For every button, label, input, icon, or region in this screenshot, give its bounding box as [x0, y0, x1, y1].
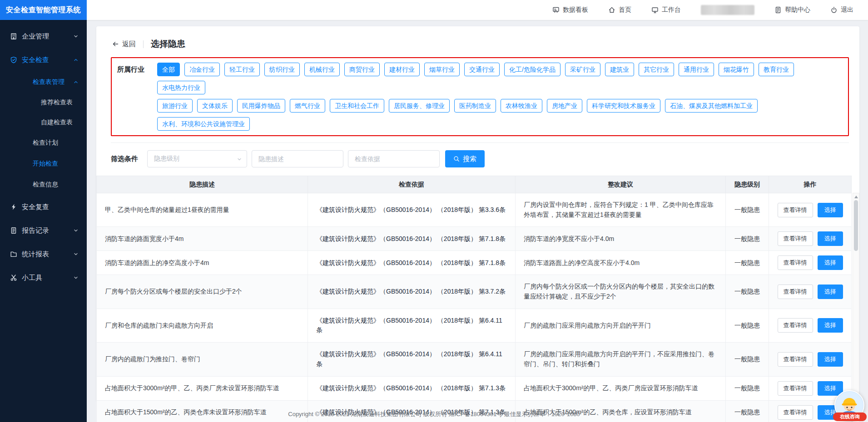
industry-filter-button[interactable]: 轻工行业 [224, 63, 260, 76]
sidebar-item-label: 检查信息 [33, 181, 58, 189]
industry-filter-button[interactable]: 水电热力行业 [157, 81, 205, 94]
industry-filter-button[interactable]: 农林牧渔业 [501, 99, 542, 113]
view-details-button[interactable]: 查看详情 [778, 352, 813, 367]
sidebar-item-checklist-mgmt[interactable]: 检查表管理 [0, 72, 87, 93]
chevron-down-icon [73, 275, 79, 280]
column-header: 隐患描述 [97, 176, 308, 193]
industry-filter-button[interactable]: 建材行业 [384, 63, 420, 76]
industry-filter-button[interactable]: 建筑业 [605, 63, 634, 76]
industry-filter-button[interactable]: 水利、环境和公共设施管理业 [157, 117, 250, 131]
select-button[interactable]: 选择 [818, 231, 843, 246]
sidebar-item-report-record[interactable]: 报告记录 [0, 219, 87, 242]
main-content-card: 返回 选择隐患 所属行业 全部冶金行业轻工行业纺织行业机械行业商贸行业建材行业烟… [96, 26, 859, 401]
sidebar-item-self-checklist[interactable]: 自建检查表 [0, 113, 87, 132]
industry-filter-button[interactable]: 烟草行业 [424, 63, 460, 76]
industry-filter-button[interactable]: 冶金行业 [184, 63, 220, 76]
app-root: 安全检查智能管理系统 数据看板 首页 工作台 帮助中心 退出 [0, 0, 868, 422]
check-basis-cell: 《建筑设计防火规范》（GB50016-2014） （2018年版） 第7.1.8… [308, 251, 516, 275]
nav-workbench[interactable]: 工作台 [651, 6, 681, 14]
industry-filter-button[interactable]: 医药制造业 [454, 99, 496, 113]
hazard-desc-cell: 厂房每个防火分区或每个楼层的安全出口少于2个 [97, 275, 308, 309]
industry-filter-button[interactable]: 机械行业 [304, 63, 340, 76]
sidebar-item-label: 报告记录 [22, 226, 49, 235]
industry-filter-button[interactable]: 居民服务、修理业 [389, 99, 450, 113]
suggestion-cell: 消防车道的净宽度不应小于4.0m [516, 227, 726, 251]
sidebar-item-stats-report[interactable]: 统计报表 [0, 242, 87, 266]
sidebar-item-safety-recheck[interactable]: 安全复查 [0, 195, 87, 219]
section-divider [111, 142, 849, 143]
industry-filter-button[interactable]: 其它行业 [639, 63, 674, 76]
sidebar-item-start-check[interactable]: 开始检查 [0, 153, 87, 174]
view-details-button[interactable]: 查看详情 [778, 285, 813, 299]
industry-filter-button[interactable]: 燃气行业 [290, 99, 325, 113]
sidebar-item-tools[interactable]: 小工具 [0, 266, 87, 290]
nav-help-center[interactable]: 帮助中心 [774, 6, 810, 14]
sidebar-item-check-info[interactable]: 检查信息 [0, 174, 87, 195]
chevron-down-icon [73, 34, 79, 39]
sidebar-item-enterprise[interactable]: 企业管理 [0, 25, 87, 48]
industry-filter-box: 所属行业 全部冶金行业轻工行业纺织行业机械行业商贸行业建材行业烟草行业交通行业化… [111, 57, 849, 136]
industry-filter-button[interactable]: 化工/危险化学品 [504, 63, 560, 76]
suggestion-cell: 厂房的疏散门应采用向疏散方向开启的平开门，不应采用推拉门、卷帘门、吊门、转门和折… [516, 343, 726, 376]
select-button[interactable]: 选择 [818, 318, 843, 333]
back-button[interactable]: 返回 [112, 40, 136, 49]
view-details-button[interactable]: 查看详情 [778, 203, 813, 217]
view-details-button[interactable]: 查看详情 [778, 231, 813, 246]
view-details-button[interactable]: 查看详情 [778, 255, 813, 270]
industry-filter-button[interactable]: 科学研究和技术服务业 [587, 99, 660, 113]
sidebar-item-label: 开始检查 [33, 160, 58, 168]
check-basis-input[interactable] [348, 150, 440, 167]
industry-filter-button[interactable]: 教育行业 [759, 63, 794, 76]
industry-filter-button[interactable]: 采矿行业 [565, 63, 600, 76]
sidebar-item-label: 自建检查表 [41, 118, 73, 127]
search-icon [453, 156, 460, 162]
sidebar-item-label: 检查表管理 [33, 78, 64, 86]
online-chat-widget[interactable]: 在线咨询 [834, 390, 865, 421]
sidebar-item-safety-check[interactable]: 安全检查 [0, 48, 87, 72]
sidebar-item-check-plan[interactable]: 检查计划 [0, 132, 87, 153]
nav-home[interactable]: 首页 [608, 6, 631, 14]
check-basis-cell: 《建筑设计防火规范》（GB50016-2014） （2018年版） 第3.7.2… [308, 275, 516, 309]
nav-data-dashboard[interactable]: 数据看板 [552, 6, 588, 14]
hazard-desc-input[interactable] [252, 150, 343, 167]
select-button[interactable]: 选择 [818, 285, 843, 299]
scrollbar-thumb[interactable] [854, 200, 858, 251]
view-details-button[interactable]: 查看详情 [778, 318, 813, 333]
industry-row: 所属行业 全部冶金行业轻工行业纺织行业机械行业商贸行业建材行业烟草行业交通行业化… [117, 63, 843, 94]
scissors-icon [10, 274, 17, 281]
industry-filter-button[interactable]: 旅游行业 [157, 99, 193, 113]
industry-filter-button[interactable]: 交通行业 [464, 63, 500, 76]
industry-filter-button[interactable]: 全部 [157, 63, 180, 76]
search-button[interactable]: 搜索 [445, 150, 485, 167]
sidebar-item-recommended-checklist[interactable]: 推荐检查表 [0, 93, 87, 113]
industry-filter-button[interactable]: 纺织行业 [264, 63, 300, 76]
industry-filter-button[interactable]: 房地产业 [547, 99, 582, 113]
building-icon [10, 33, 17, 40]
select-button[interactable]: 选择 [818, 352, 843, 367]
power-icon [830, 6, 838, 14]
sidebar: 企业管理 安全检查 检查表管理 推荐检查表 自建检查表 检查计划 开始检查 检查… [0, 20, 87, 422]
hazard-level-cell: 一般隐患 [726, 275, 769, 309]
industry-filter-button[interactable]: 商贸行业 [344, 63, 380, 76]
select-placeholder: 隐患级别 [154, 155, 179, 163]
top-header: 安全检查智能管理系统 数据看板 首页 工作台 帮助中心 退出 [0, 0, 868, 20]
check-basis-cell: 《建筑设计防火规范》（GB50016-2014） （2018年版） 第6.4.1… [308, 343, 516, 376]
industry-filter-button[interactable]: 文体娱乐 [197, 99, 233, 113]
view-details-button[interactable]: 查看详情 [778, 381, 813, 396]
select-button[interactable]: 选择 [818, 203, 843, 217]
industry-filter-button[interactable]: 烟花爆竹 [719, 63, 754, 76]
document-icon [10, 227, 17, 234]
industry-filter-button[interactable]: 卫生和社会工作 [330, 99, 384, 113]
table-scrollbar[interactable] [853, 193, 859, 422]
hazard-level-select[interactable]: 隐患级别 [147, 150, 247, 167]
scroll-up-arrow-icon[interactable] [854, 196, 858, 198]
industry-filter-button[interactable]: 石油、煤炭及其他燃料加工业 [665, 99, 758, 113]
hazard-level-cell: 一般隐患 [726, 251, 769, 275]
nav-logout[interactable]: 退出 [830, 6, 853, 14]
industry-filter-button[interactable]: 通用行业 [679, 63, 714, 76]
select-button[interactable]: 选择 [818, 255, 843, 270]
check-basis-cell: 《建筑设计防火规范》（GB50016-2014） （2018年版） 第3.3.6… [308, 193, 516, 227]
column-header: 整改建议 [516, 176, 726, 193]
workbench-icon [651, 6, 659, 14]
industry-filter-button[interactable]: 民用爆炸物品 [237, 99, 285, 113]
